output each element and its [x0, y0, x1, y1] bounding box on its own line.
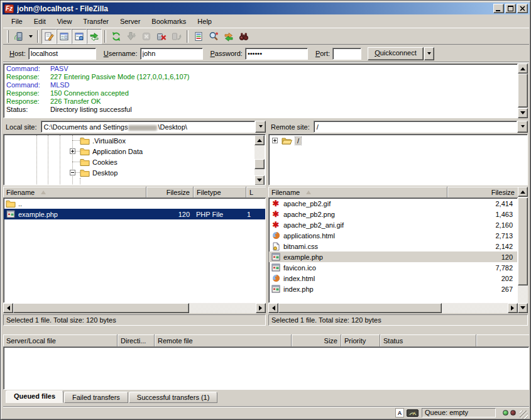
host-label: Host:: [9, 50, 26, 57]
local-site-path[interactable]: C:\Documents and Settings\Desktop\: [41, 121, 255, 133]
reconnect-button[interactable]: [169, 29, 184, 44]
resize-grip[interactable]: [520, 411, 528, 419]
toggle-transfer-queue-button[interactable]: [87, 29, 102, 44]
file-row[interactable]: ✱apache_pb2.gif 2,414: [269, 198, 517, 209]
local-site-dropdown[interactable]: [255, 121, 266, 133]
directory-filters-button[interactable]: [191, 29, 206, 44]
password-input[interactable]: [245, 48, 308, 60]
file-row[interactable]: bitnami.css 2,142: [269, 241, 517, 251]
column-header-filesize[interactable]: Filesize: [146, 187, 194, 198]
menu-transfer[interactable]: Transfer: [77, 16, 114, 26]
toggle-local-tree-button[interactable]: [57, 29, 72, 44]
compare-directories-button[interactable]: [206, 29, 221, 44]
quickconnect-button[interactable]: Quickconnect: [368, 47, 424, 60]
maximize-button[interactable]: [505, 4, 516, 13]
scroll-down-button[interactable]: [518, 303, 528, 313]
speed-limits-icon[interactable]: [407, 409, 419, 417]
file-row-parent-dir[interactable]: ..: [4, 198, 265, 209]
quickconnect-dropdown[interactable]: [424, 47, 434, 60]
scrollbar-thumb[interactable]: [255, 159, 265, 169]
cancel-button[interactable]: [139, 29, 154, 44]
find-files-button[interactable]: [236, 29, 251, 44]
scroll-right-button[interactable]: [256, 303, 266, 313]
column-header-filename[interactable]: Filename: [268, 187, 447, 198]
file-row[interactable]: ✱apache_pb2_ani.gif 2,160: [269, 219, 517, 230]
column-header-last-modified[interactable]: L: [246, 187, 266, 198]
tab-failed-transfers[interactable]: Failed transfers: [64, 392, 128, 403]
local-list-hscrollbar[interactable]: [3, 303, 266, 313]
column-header-filetype[interactable]: Filetype: [194, 187, 246, 198]
scroll-down-button[interactable]: [518, 108, 528, 118]
chevron-down-icon: [29, 35, 33, 40]
scroll-right-button[interactable]: [508, 303, 518, 313]
find-files-icon: [239, 31, 249, 41]
menu-edit[interactable]: Edit: [28, 16, 52, 26]
menu-view[interactable]: View: [52, 16, 78, 26]
column-header-status[interactable]: Status: [380, 334, 476, 347]
tab-queued-files[interactable]: Queued files: [6, 390, 63, 403]
site-manager-button[interactable]: [11, 29, 26, 44]
toolbar: [3, 28, 529, 45]
site-manager-dropdown[interactable]: [26, 29, 35, 44]
scroll-up-button[interactable]: [518, 64, 528, 74]
tree-collapse-toggle[interactable]: [70, 170, 75, 175]
scroll-down-button[interactable]: [255, 175, 265, 185]
column-header-filename[interactable]: Filename: [3, 187, 146, 198]
file-row[interactable]: index.php 267: [269, 284, 517, 294]
queue-header: Server/Local file Directi... Remote file…: [3, 334, 529, 347]
minimize-button[interactable]: [493, 4, 504, 13]
tree-expand-toggle[interactable]: [272, 138, 278, 143]
username-input[interactable]: [140, 48, 203, 60]
tree-item-desktop[interactable]: Desktop: [4, 167, 265, 178]
port-input[interactable]: [332, 48, 361, 60]
toggle-message-log-button[interactable]: [41, 29, 57, 44]
menu-bookmarks[interactable]: Bookmarks: [146, 16, 192, 26]
file-row[interactable]: applications.html 2,713: [269, 230, 517, 241]
refresh-button[interactable]: [109, 29, 124, 44]
file-row-selected[interactable]: example.php 120 PHP File 1: [4, 209, 265, 219]
column-header-priority[interactable]: Priority: [341, 334, 380, 347]
scrollbar-thumb[interactable]: [278, 303, 442, 313]
scroll-left-button[interactable]: [268, 303, 278, 313]
menu-help[interactable]: Help: [192, 16, 217, 26]
scrollbar-thumb[interactable]: [518, 197, 528, 285]
tree-item-application-data[interactable]: Application Data: [4, 146, 265, 157]
transfer-type-ascii-icon[interactable]: A: [395, 408, 404, 417]
synchronized-browsing-button[interactable]: [221, 29, 236, 44]
scrollbar-thumb[interactable]: [13, 303, 189, 313]
remote-site-dropdown[interactable]: [517, 121, 528, 133]
column-header-server-local-file[interactable]: Server/Local file: [3, 334, 118, 347]
scroll-up-button[interactable]: [518, 187, 528, 197]
log-scrollbar[interactable]: [518, 64, 528, 118]
column-header-size[interactable]: Size: [292, 334, 341, 347]
remote-list-scrollbar[interactable]: [518, 187, 528, 313]
scroll-up-button[interactable]: [255, 135, 265, 145]
process-queue-button[interactable]: [124, 29, 139, 44]
local-tree-scrollbar[interactable]: [255, 135, 265, 185]
remote-list-hscrollbar[interactable]: [268, 303, 518, 313]
queue-body[interactable]: [3, 347, 529, 390]
scroll-left-button[interactable]: [3, 303, 13, 313]
toggle-remote-tree-button[interactable]: [72, 29, 87, 44]
host-input[interactable]: [28, 48, 96, 60]
tab-successful-transfers[interactable]: Successful transfers (1): [129, 392, 218, 403]
tree-item-cookies[interactable]: Cookies: [4, 157, 265, 167]
file-row[interactable]: ✱apache_pb2.png 1,463: [269, 209, 517, 219]
menu-server[interactable]: Server: [114, 16, 146, 26]
file-row[interactable]: index.html 202: [269, 273, 517, 284]
tree-item-virtualbox[interactable]: .VirtualBox: [4, 135, 265, 146]
menu-file[interactable]: File: [6, 16, 28, 26]
toolbar-grip[interactable]: [7, 30, 9, 43]
column-header-direction[interactable]: Directi...: [118, 334, 155, 347]
close-button[interactable]: [517, 4, 528, 13]
column-header-remote-file[interactable]: Remote file: [155, 334, 292, 347]
file-row-selected[interactable]: example.php 120: [269, 251, 517, 262]
column-header-filesize[interactable]: Filesize: [447, 187, 518, 198]
file-row[interactable]: favicon.ico 7,782: [269, 262, 517, 273]
scrollbar-thumb[interactable]: [518, 74, 528, 108]
disconnect-button[interactable]: [154, 29, 169, 44]
title-bar[interactable]: Fz john@localhost - FileZilla: [3, 3, 530, 14]
tree-expand-toggle[interactable]: [70, 148, 75, 154]
tree-item-root[interactable]: /: [270, 135, 527, 146]
remote-site-path[interactable]: /: [314, 121, 517, 133]
